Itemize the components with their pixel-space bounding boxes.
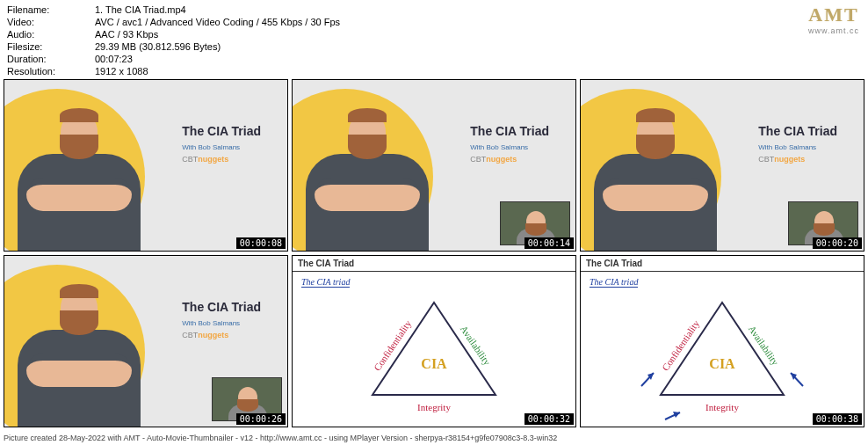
thumbnail[interactable]: The CIA Triad With Bob Salmans CBTnugget… (4, 79, 288, 252)
slide-title: The CIA Triad (182, 300, 261, 314)
meta-row-filesize: Filesize: 29.39 MB (30.812.596 Bytes) (7, 40, 861, 53)
handwritten-title: The CIA triad (301, 277, 350, 288)
thumbnail-grid: The CIA Triad With Bob Salmans CBTnugget… (0, 79, 868, 427)
cbt-nuggets-logo: CBTnuggets (758, 155, 837, 164)
slide-title-block: The CIA Triad With Bob Salmans CBTnugget… (470, 124, 549, 164)
slide-title: The CIA Triad (470, 124, 549, 138)
footer-credits: Picture created 28-May-2022 with AMT - A… (0, 431, 868, 445)
timestamp-badge: 00:00:38 (813, 413, 862, 425)
svg-text:Integrity: Integrity (705, 402, 739, 412)
slide-title: The CIA Triad (182, 124, 261, 138)
slide-subtitle: With Bob Salmans (182, 143, 261, 151)
slide-subtitle: With Bob Salmans (758, 143, 837, 151)
whiteboard-title-bar: The CIA Triad (293, 256, 575, 272)
slide-title: The CIA Triad (758, 124, 837, 138)
thumbnail[interactable]: The CIA Triad The CIA triad CIA Confiden… (580, 255, 864, 427)
slide-subtitle: With Bob Salmans (182, 319, 261, 327)
thumbnail[interactable]: The CIA Triad The CIA triad CIA Confiden… (292, 255, 576, 427)
handwritten-title: The CIA triad (590, 277, 638, 288)
meta-label: Resolution: (7, 65, 95, 77)
cbt-nuggets-logo: CBTnuggets (182, 155, 261, 164)
svg-text:CIA: CIA (421, 356, 447, 371)
meta-value: 00:07:23 (95, 53, 133, 65)
timestamp-badge: 00:00:20 (813, 237, 862, 249)
slide-title-block: The CIA Triad With Bob Salmans CBTnugget… (758, 124, 837, 164)
presenter-figure (590, 101, 721, 251)
slide-background: The CIA Triad With Bob Salmans CBTnugget… (4, 256, 287, 427)
meta-label: Audio: (7, 28, 95, 40)
cbt-nuggets-logo: CBTnuggets (470, 155, 549, 164)
presenter-figure (301, 101, 433, 251)
meta-value: 29.39 MB (30.812.596 Bytes) (95, 40, 221, 53)
meta-row-duration: Duration: 00:07:23 (7, 53, 861, 65)
meta-value: 1. The CIA Triad.mp4 (95, 4, 186, 16)
logo-url: www.amt.cc (808, 26, 859, 35)
meta-value: 1912 x 1088 (95, 65, 148, 77)
whiteboard-title-bar: The CIA Triad (581, 256, 864, 272)
slide-background: The CIA Triad With Bob Salmans CBTnugget… (293, 80, 575, 251)
cia-triangle-icon: CIA Confidentiality Availability Integri… (346, 289, 522, 421)
whiteboard-slide: The CIA Triad The CIA triad CIA Confiden… (581, 256, 864, 427)
timestamp-badge: 00:00:32 (524, 413, 574, 425)
meta-value: AAC / 93 Kbps (95, 28, 158, 40)
slide-subtitle: With Bob Salmans (470, 143, 549, 151)
meta-row-resolution: Resolution: 1912 x 1088 (7, 65, 861, 77)
meta-label: Filesize: (7, 40, 95, 53)
meta-row-audio: Audio: AAC / 93 Kbps (7, 28, 861, 40)
timestamp-badge: 00:00:26 (236, 413, 286, 425)
logo-text: AMT (808, 4, 859, 26)
meta-label: Duration: (7, 53, 95, 65)
slide-background: The CIA Triad With Bob Salmans CBTnugget… (4, 80, 287, 251)
slide-title-block: The CIA Triad With Bob Salmans CBTnugget… (182, 300, 261, 339)
presenter-figure (13, 277, 145, 427)
slide-background: The CIA Triad With Bob Salmans CBTnugget… (581, 80, 864, 251)
metadata-header: Filename: 1. The CIA Triad.mp4 Video: AV… (0, 0, 868, 79)
cia-triangle-icon: CIA Confidentiality Availability Integri… (626, 289, 819, 426)
meta-row-filename: Filename: 1. The CIA Triad.mp4 (7, 4, 861, 16)
svg-text:Integrity: Integrity (417, 402, 451, 412)
meta-row-video: Video: AVC / avc1 / Advanced Video Codin… (7, 16, 861, 28)
svg-text:CIA: CIA (709, 356, 735, 371)
timestamp-badge: 00:00:14 (524, 237, 574, 249)
cbt-nuggets-logo: CBTnuggets (182, 331, 261, 339)
meta-value: AVC / avc1 / Advanced Video Coding / 455… (95, 16, 340, 28)
thumbnail[interactable]: The CIA Triad With Bob Salmans CBTnugget… (292, 79, 576, 252)
whiteboard-slide: The CIA Triad The CIA triad CIA Confiden… (293, 256, 575, 427)
amt-logo: AMT www.amt.cc (808, 4, 859, 35)
slide-title-block: The CIA Triad With Bob Salmans CBTnugget… (182, 124, 261, 164)
meta-label: Video: (7, 16, 95, 28)
thumbnail[interactable]: The CIA Triad With Bob Salmans CBTnugget… (4, 255, 288, 427)
timestamp-badge: 00:00:08 (236, 237, 286, 249)
presenter-figure (13, 101, 145, 251)
thumbnail[interactable]: The CIA Triad With Bob Salmans CBTnugget… (580, 79, 864, 252)
meta-label: Filename: (7, 4, 95, 16)
